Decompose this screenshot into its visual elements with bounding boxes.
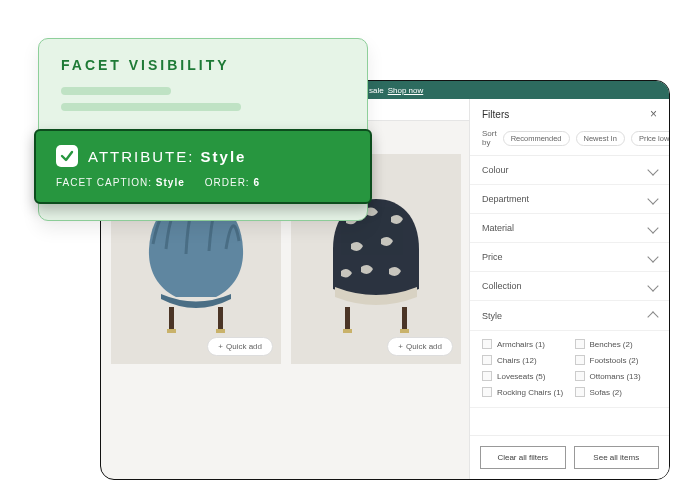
facet-visibility-card: FACET VISIBILITY ATTRIBUTE: Style FACET … — [38, 38, 368, 221]
attribute-prefix: ATTRIBUTE: — [88, 148, 194, 165]
option-label: Benches (2) — [590, 340, 633, 349]
svg-rect-4 — [345, 307, 350, 331]
quick-add-label: Quick add — [406, 342, 442, 351]
checkbox-icon — [575, 371, 585, 381]
sort-chip[interactable]: Recommended — [503, 131, 570, 146]
chevron-down-icon — [647, 193, 658, 204]
clear-filters-button[interactable]: Clear all filters — [480, 446, 566, 469]
checkbox-icon — [575, 355, 585, 365]
facet-row-colour[interactable]: Colour — [470, 156, 669, 185]
style-option[interactable]: Ottomans (13) — [575, 371, 658, 381]
facet-row-department[interactable]: Department — [470, 185, 669, 214]
see-all-items-button[interactable]: See all items — [574, 446, 660, 469]
sort-chip[interactable]: Price low — [631, 131, 669, 146]
product-name — [291, 364, 461, 370]
chevron-down-icon — [647, 251, 658, 262]
svg-rect-6 — [343, 329, 352, 333]
facet-label: Department — [482, 194, 529, 204]
option-label: Rocking Chairs (1) — [497, 388, 563, 397]
facet-row-price[interactable]: Price — [470, 243, 669, 272]
checkbox-icon — [482, 339, 492, 349]
facet-label: Price — [482, 252, 503, 262]
sort-chip[interactable]: Newest In — [576, 131, 625, 146]
option-label: Loveseats (5) — [497, 372, 545, 381]
svg-rect-5 — [402, 307, 407, 331]
order-value: 6 — [253, 177, 260, 188]
svg-rect-7 — [400, 329, 409, 333]
svg-rect-1 — [218, 307, 223, 331]
chevron-up-icon — [647, 311, 658, 322]
selected-attribute-row[interactable]: ATTRIBUTE: Style FACET CAPTION: Style OR… — [34, 129, 372, 204]
placeholder-lines — [61, 87, 345, 111]
attribute-line: ATTRIBUTE: Style — [88, 148, 246, 165]
option-label: Chairs (12) — [497, 356, 537, 365]
facet-label: Collection — [482, 281, 522, 291]
sort-by-label: Sort by — [482, 129, 497, 147]
facet-label: Style — [482, 311, 502, 321]
filters-drawer: Filters × Sort by Recommended Newest In … — [469, 99, 669, 479]
quick-add-label: Quick add — [226, 342, 262, 351]
option-label: Footstools (2) — [590, 356, 639, 365]
facet-label: Colour — [482, 165, 509, 175]
checked-checkbox-icon[interactable] — [56, 145, 78, 167]
order-label: ORDER: — [205, 177, 250, 188]
style-option[interactable]: Benches (2) — [575, 339, 658, 349]
svg-rect-2 — [167, 329, 176, 333]
close-icon[interactable]: × — [650, 107, 657, 121]
style-option[interactable]: Footstools (2) — [575, 355, 658, 365]
facet-label: Material — [482, 223, 514, 233]
product-name — [111, 364, 281, 370]
facet-row-collection[interactable]: Collection — [470, 272, 669, 301]
style-option[interactable]: Loveseats (5) — [482, 371, 565, 381]
facet-row-style[interactable]: Style — [470, 301, 669, 331]
placeholder-bar — [61, 103, 241, 111]
svg-rect-0 — [169, 307, 174, 331]
plus-icon: + — [398, 342, 403, 351]
promo-cta[interactable]: Shop now — [388, 86, 424, 95]
plus-icon: + — [218, 342, 223, 351]
style-option[interactable]: Rocking Chairs (1) — [482, 387, 565, 397]
svg-rect-3 — [216, 329, 225, 333]
filters-title: Filters — [482, 109, 509, 120]
sort-by-row: Sort by Recommended Newest In Price low … — [470, 125, 669, 156]
option-label: Armchairs (1) — [497, 340, 545, 349]
overlay-title: FACET VISIBILITY — [61, 57, 345, 73]
chevron-down-icon — [647, 222, 658, 233]
facet-row-material[interactable]: Material — [470, 214, 669, 243]
style-options: Armchairs (1) Benches (2) Chairs (12) Fo… — [470, 331, 669, 408]
facet-caption-label: FACET CAPTION: — [56, 177, 152, 188]
option-label: Sofas (2) — [590, 388, 622, 397]
facet-caption-value: Style — [156, 177, 185, 188]
attribute-value: Style — [201, 148, 247, 165]
chevron-down-icon — [647, 280, 658, 291]
option-label: Ottomans (13) — [590, 372, 641, 381]
checkbox-icon — [482, 355, 492, 365]
checkbox-icon — [482, 371, 492, 381]
style-option[interactable]: Chairs (12) — [482, 355, 565, 365]
quick-add-button[interactable]: + Quick add — [207, 337, 273, 356]
style-option[interactable]: Sofas (2) — [575, 387, 658, 397]
chevron-down-icon — [647, 164, 658, 175]
quick-add-button[interactable]: + Quick add — [387, 337, 453, 356]
checkbox-icon — [575, 339, 585, 349]
placeholder-bar — [61, 87, 171, 95]
attribute-meta: FACET CAPTION: Style ORDER: 6 — [56, 177, 350, 188]
style-option[interactable]: Armchairs (1) — [482, 339, 565, 349]
checkbox-icon — [575, 387, 585, 397]
drawer-footer: Clear all filters See all items — [470, 435, 669, 479]
checkbox-icon — [482, 387, 492, 397]
